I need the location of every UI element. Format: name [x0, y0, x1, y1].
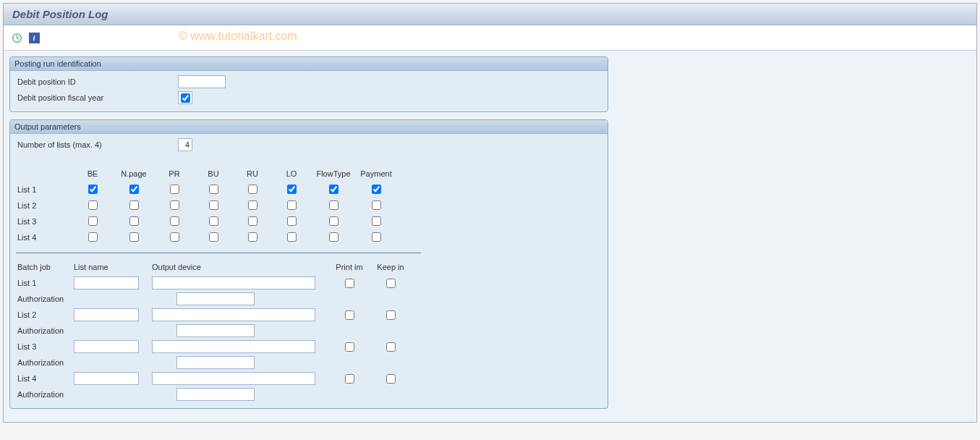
checkbox-be-list3[interactable]: [88, 216, 98, 226]
hdr-batch: Batch job: [16, 263, 74, 271]
checkbox-be-list2[interactable]: [88, 200, 98, 210]
separator: [16, 253, 421, 253]
cell: [311, 232, 356, 243]
checkbox-npage-list4[interactable]: [129, 232, 139, 242]
label-num-lists: Number of lists (max. 4): [16, 140, 178, 149]
checkbox-flow-list4[interactable]: [329, 232, 338, 242]
checkbox-pay-list2[interactable]: [372, 200, 381, 210]
cell: [311, 200, 356, 211]
cell: [311, 216, 356, 227]
checkbox-keepin-4[interactable]: [386, 374, 396, 384]
cell: [233, 216, 272, 227]
batch-auth-row: Authorization: [16, 323, 602, 339]
window: Debit Position Log i © www.tutorialkart.…: [3, 3, 977, 423]
checkbox-lo-list4[interactable]: [287, 232, 297, 242]
cell: [356, 185, 396, 195]
batch-row-label: List 4: [16, 374, 74, 383]
checkbox-lo-list3[interactable]: [287, 216, 297, 226]
batch-auth-row: Authorization: [16, 291, 602, 307]
auth-label: Authorization: [16, 326, 176, 335]
checkbox-bu-list1[interactable]: [209, 185, 218, 194]
checkbox-bu-list2[interactable]: [209, 200, 218, 210]
batch-row: List 4: [16, 371, 602, 386]
checkbox-pr-list1[interactable]: [170, 185, 179, 194]
batch-row: List 3: [16, 339, 602, 355]
auth-label: Authorization: [16, 358, 176, 367]
batch-row-label: List 3: [16, 342, 74, 351]
checkbox-be-list1[interactable]: [88, 185, 98, 194]
checkbox-fiscal-year[interactable]: [181, 93, 190, 103]
checkbox-flow-list3[interactable]: [329, 216, 338, 226]
checkbox-pay-list4[interactable]: [372, 232, 381, 242]
matrix-row: List 3: [16, 213, 602, 229]
info-icon[interactable]: i: [27, 31, 41, 44]
checkbox-printim-3[interactable]: [345, 342, 354, 352]
group-posting-run: Posting run identification Debit positio…: [9, 56, 608, 112]
checkbox-keepin-1[interactable]: [386, 279, 396, 288]
checkbox-flow-list2[interactable]: [329, 200, 338, 210]
input-auth-2[interactable]: [176, 324, 255, 337]
checkbox-pr-list3[interactable]: [170, 216, 179, 226]
cell: [155, 185, 194, 195]
toolbar: i © www.tutorialkart.com: [4, 25, 976, 50]
group-output-params: Output parameters Number of lists (max. …: [9, 119, 608, 409]
hdr-keepin: Keep in: [370, 263, 411, 271]
input-debit-id[interactable]: [178, 75, 226, 88]
checkbox-pay-list1[interactable]: [372, 185, 381, 194]
cell: [356, 216, 396, 227]
col-bu: BU: [194, 169, 233, 178]
checkbox-ru-list3[interactable]: [248, 216, 257, 226]
input-auth-3[interactable]: [176, 356, 255, 369]
batch-auth-row: Authorization: [16, 386, 602, 402]
cell: [72, 216, 113, 227]
batch-row: List 2: [16, 307, 602, 323]
checkbox-lo-list1[interactable]: [287, 185, 297, 194]
input-outdev-1[interactable]: [152, 276, 315, 289]
checkbox-pay-list3[interactable]: [372, 216, 381, 226]
checkbox-keepin-2[interactable]: [386, 310, 396, 320]
checkbox-bu-list4[interactable]: [209, 232, 218, 242]
checkbox-keepin-3[interactable]: [386, 342, 396, 352]
cell: [194, 185, 233, 195]
checkbox-pr-list4[interactable]: [170, 232, 179, 242]
checkbox-npage-list1[interactable]: [129, 185, 139, 194]
cell: [311, 185, 356, 195]
input-listname-1[interactable]: [74, 276, 139, 289]
cell: [72, 200, 113, 211]
checkbox-npage-list2[interactable]: [129, 200, 139, 210]
input-outdev-4[interactable]: [152, 372, 315, 385]
input-listname-4[interactable]: [74, 372, 139, 385]
checkbox-ru-list2[interactable]: [248, 200, 257, 210]
cell: [113, 185, 155, 195]
input-listname-2[interactable]: [74, 308, 139, 321]
input-outdev-2[interactable]: [152, 308, 315, 321]
hdr-listname: List name: [74, 263, 152, 271]
col-pr: PR: [155, 169, 194, 178]
matrix-row: List 2: [16, 198, 602, 213]
checkbox-bu-list3[interactable]: [209, 216, 218, 226]
cell: [356, 200, 396, 211]
checkbox-ru-list4[interactable]: [248, 232, 257, 242]
checkbox-be-list4[interactable]: [88, 232, 98, 242]
execute-icon[interactable]: [9, 31, 24, 44]
input-listname-3[interactable]: [74, 340, 139, 353]
hdr-printim: Print im: [328, 263, 370, 271]
checkbox-printim-2[interactable]: [345, 310, 354, 320]
checkbox-ru-list1[interactable]: [248, 185, 257, 194]
input-auth-1[interactable]: [176, 292, 255, 305]
checkbox-printim-1[interactable]: [345, 279, 354, 288]
checkbox-lo-list2[interactable]: [287, 200, 297, 210]
batch-row: List 1: [16, 275, 602, 291]
input-num-lists[interactable]: 4: [178, 138, 192, 151]
input-outdev-3[interactable]: [152, 340, 315, 353]
cell: [233, 200, 272, 211]
checkbox-pr-list2[interactable]: [170, 200, 179, 210]
checkbox-flow-list1[interactable]: [329, 185, 338, 194]
input-auth-4[interactable]: [176, 388, 255, 401]
checkbox-npage-list3[interactable]: [129, 216, 139, 226]
cell: [194, 200, 233, 211]
checkbox-printim-4[interactable]: [345, 374, 354, 384]
cell: [233, 232, 272, 243]
row-label: List 1: [16, 185, 72, 194]
batch-auth-row: Authorization: [16, 355, 602, 371]
